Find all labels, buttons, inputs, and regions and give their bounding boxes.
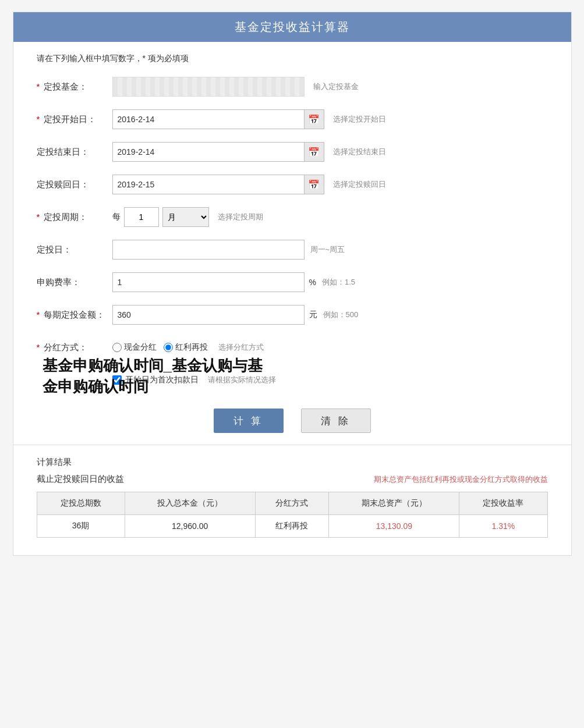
dividend-label: * 分红方式：: [37, 342, 112, 353]
period-prefix: 每: [112, 212, 121, 222]
col-header-dividend: 分红方式: [255, 492, 329, 515]
cell-principal: 12,960.00: [125, 515, 255, 538]
col-header-periods: 定投总期数: [37, 492, 125, 515]
dividend-reinvest-radio[interactable]: [164, 343, 173, 352]
result-table: 定投总期数 投入总本金（元） 分红方式 期末总资产（元） 定投收益率 36期 1…: [37, 492, 548, 538]
invest-day-hint: 周一~周五: [310, 244, 345, 255]
invest-day-input-group: 周一~周五: [112, 240, 548, 260]
result-row-hint: 期末总资产包括红利再投或现金分红方式取得的收益: [374, 474, 548, 485]
dividend-cash-option[interactable]: 现金分红: [112, 342, 157, 353]
page-title: 基金定投收益计算器: [235, 20, 350, 33]
button-row: 计 算 清 除: [37, 409, 548, 433]
fee-input-group: % 例如：1.5: [112, 272, 548, 292]
dividend-reinvest-label: 红利再投: [175, 342, 208, 353]
end-date-input-group: 📅 选择定投结束日: [112, 142, 548, 162]
period-hint: 选择定投周期: [218, 212, 263, 222]
period-controls: 每 日 周 月: [112, 207, 209, 227]
amount-unit: 元: [309, 310, 317, 320]
start-date-calendar-button[interactable]: 📅: [305, 109, 324, 129]
end-date-hint: 选择定投结束日: [333, 147, 386, 157]
dividend-reinvest-option[interactable]: 红利再投: [164, 342, 208, 353]
amount-required-star: *: [37, 310, 40, 319]
calendar-icon-redeem: 📅: [308, 179, 320, 190]
period-unit-select[interactable]: 日 周 月: [162, 207, 209, 227]
end-date-calendar-button[interactable]: 📅: [305, 142, 324, 162]
calculator-form: 基金申购确认时间_基金认购与基金申购确认时间 * 定投基金： 输入定投基金 * …: [13, 76, 571, 433]
end-date-label: 定投结束日：: [37, 147, 112, 158]
col-header-assets: 期末总资产（元）: [329, 492, 459, 515]
col-header-principal: 投入总本金（元）: [125, 492, 255, 515]
start-date-label: * 定投开始日：: [37, 114, 112, 125]
start-date-input-group: 📅 选择定投开始日: [112, 109, 548, 129]
result-row-title: 截止定投赎回日的收益: [37, 474, 124, 485]
fee-example: 例如：1.5: [322, 277, 355, 287]
fee-input[interactable]: [112, 272, 305, 292]
fund-input-group: 输入定投基金: [112, 77, 548, 97]
result-section: 计算结果 截止定投赎回日的收益 期末总资产包括红利再投或现金分红方式取得的收益 …: [13, 451, 571, 538]
fund-hint: 输入定投基金: [313, 81, 359, 92]
fund-required-star: *: [37, 81, 40, 91]
fee-row: 申购费率： % 例如：1.5: [37, 271, 548, 293]
period-row: * 定投周期： 每 日 周 月 选择定投周期: [37, 206, 548, 228]
calculate-button[interactable]: 计 算: [214, 409, 284, 433]
cell-assets: 13,130.09: [329, 515, 459, 538]
fund-label: * 定投基金：: [37, 81, 112, 93]
redeem-date-input[interactable]: [112, 175, 305, 194]
dividend-cash-label: 现金分红: [124, 342, 157, 353]
section-divider: [13, 445, 571, 445]
fund-row: * 定投基金： 输入定投基金: [37, 76, 548, 98]
table-header-row: 定投总期数 投入总本金（元） 分红方式 期末总资产（元） 定投收益率: [37, 492, 547, 515]
amount-label: * 每期定投金额：: [37, 310, 112, 321]
dividend-hint: 选择分红方式: [218, 342, 264, 353]
instruction-text: 请在下列输入框中填写数字，* 项为必填项: [13, 54, 571, 76]
overlay-text: 基金申购确认时间_基金认购与基金申购确认时间: [43, 355, 264, 397]
period-value-input[interactable]: [124, 207, 159, 227]
redeem-date-row: 定投赎回日： 📅 选择定投赎回日: [37, 173, 548, 196]
cell-dividend: 红利再投: [255, 515, 329, 538]
cell-periods: 36期: [37, 515, 125, 538]
calendar-icon: 📅: [308, 114, 320, 125]
start-date-required-star: *: [37, 114, 40, 124]
cell-rate: 1.31%: [459, 515, 547, 538]
page-header: 基金定投收益计算器: [13, 12, 571, 42]
col-header-rate: 定投收益率: [459, 492, 547, 515]
fee-unit: %: [309, 278, 316, 287]
invest-day-label: 定投日：: [37, 244, 112, 255]
amount-row: * 每期定投金额： 元 例如：500: [37, 304, 548, 326]
start-date-hint: 选择定投开始日: [333, 114, 386, 125]
start-date-row: * 定投开始日： 📅 选择定投开始日: [37, 108, 548, 130]
clear-button[interactable]: 清 除: [301, 409, 371, 433]
fund-input-blur[interactable]: [112, 77, 305, 97]
dividend-options: 现金分红 红利再投 选择分红方式: [112, 342, 264, 353]
main-container: 基金定投收益计算器 请在下列输入框中填写数字，* 项为必填项 基金申购确认时间_…: [13, 12, 572, 556]
redeem-date-calendar-button[interactable]: 📅: [305, 175, 324, 194]
end-date-row: 定投结束日： 📅 选择定投结束日: [37, 141, 548, 163]
end-date-input[interactable]: [112, 142, 305, 162]
amount-input[interactable]: [112, 305, 305, 325]
dividend-required-star: *: [37, 342, 40, 352]
period-required-star: *: [37, 212, 40, 222]
dividend-cash-radio[interactable]: [112, 343, 122, 352]
invest-day-row: 定投日： 周一~周五: [37, 239, 548, 261]
redeem-date-hint: 选择定投赎回日: [333, 179, 386, 190]
amount-input-group: 元 例如：500: [112, 305, 548, 325]
period-input-group: 每 日 周 月 选择定投周期: [112, 207, 548, 227]
calendar-icon-end: 📅: [308, 147, 320, 158]
redeem-date-label: 定投赎回日：: [37, 179, 112, 190]
amount-example: 例如：500: [323, 310, 359, 320]
fee-label: 申购费率：: [37, 277, 112, 288]
table-row: 36期 12,960.00 红利再投 13,130.09 1.31%: [37, 515, 547, 538]
dividend-input-group: 现金分红 红利再投 选择分红方式: [112, 342, 548, 353]
redeem-date-input-group: 📅 选择定投赎回日: [112, 175, 548, 194]
invest-day-input[interactable]: [112, 240, 305, 260]
result-subtitle-row: 截止定投赎回日的收益 期末总资产包括红利再投或现金分红方式取得的收益: [37, 474, 548, 485]
result-title: 计算结果: [37, 457, 548, 468]
period-label: * 定投周期：: [37, 212, 112, 223]
start-date-input[interactable]: [112, 109, 305, 129]
